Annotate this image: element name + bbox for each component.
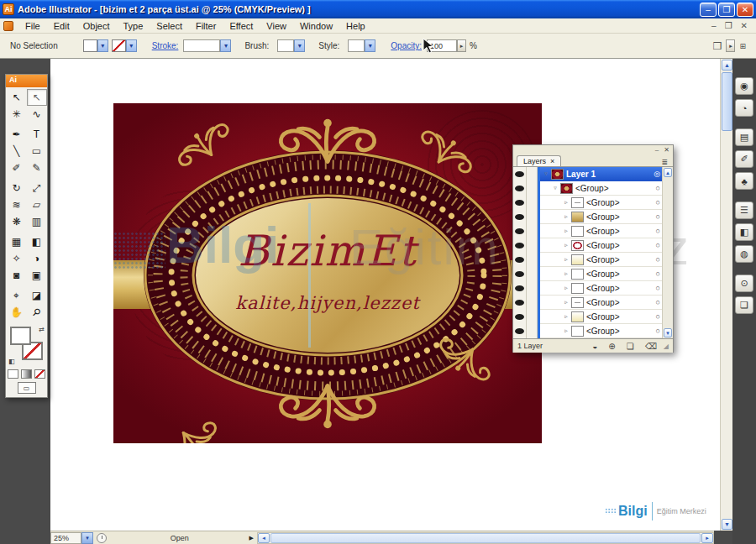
stroke-panel-icon[interactable]: ☰ bbox=[735, 201, 753, 219]
layer-thumbnail[interactable] bbox=[551, 169, 564, 180]
tab-close-icon[interactable]: × bbox=[550, 157, 554, 165]
scroll-left-button[interactable]: ◂ bbox=[258, 533, 270, 543]
transparency-panel-icon[interactable]: ◍ bbox=[735, 245, 753, 263]
mesh-tool[interactable]: ▦ bbox=[7, 233, 27, 250]
free-transform-tool[interactable]: ▱ bbox=[27, 196, 47, 213]
menu-object[interactable]: Object bbox=[76, 20, 117, 32]
tools-palette-header[interactable]: Ai bbox=[6, 75, 47, 87]
layer-label[interactable]: <Group> bbox=[586, 327, 619, 336]
visibility-toggle[interactable] bbox=[513, 296, 527, 310]
minimize-button[interactable]: – bbox=[700, 3, 717, 17]
layer-thumbnail[interactable] bbox=[571, 311, 584, 322]
lock-toggle[interactable] bbox=[527, 167, 538, 181]
brushes-panel-icon[interactable]: ✐ bbox=[735, 150, 753, 168]
style-dropdown[interactable]: ▾ bbox=[365, 39, 375, 52]
layer-row[interactable]: ▿ Layer 1 ◎ bbox=[513, 167, 673, 181]
menu-view[interactable]: View bbox=[260, 20, 293, 32]
delete-layer-icon[interactable]: ⌫ bbox=[645, 342, 657, 351]
symbol-sprayer-tool[interactable]: ❋ bbox=[7, 213, 27, 230]
visibility-toggle[interactable] bbox=[513, 324, 527, 338]
panel-resize-grip[interactable]: ◢ bbox=[664, 343, 669, 350]
visibility-toggle[interactable] bbox=[513, 196, 527, 210]
disclosure-triangle-icon[interactable]: ▹ bbox=[562, 313, 570, 320]
layer-thumbnail[interactable] bbox=[571, 269, 584, 280]
opacity-input[interactable]: 100 bbox=[427, 39, 457, 52]
disclosure-triangle-icon[interactable]: ▹ bbox=[562, 228, 570, 234]
eraser-tool[interactable]: ◪ bbox=[27, 287, 47, 304]
gradient-tool[interactable]: ◧ bbox=[27, 233, 47, 250]
brush-dropdown[interactable]: ▾ bbox=[294, 39, 305, 52]
color-panel-icon[interactable]: ◉ bbox=[735, 77, 753, 95]
go-to-bridge-button[interactable]: ❒ bbox=[713, 40, 722, 52]
disclosure-triangle-icon[interactable]: ▿ bbox=[551, 185, 559, 191]
menu-type[interactable]: Type bbox=[117, 20, 150, 32]
layer-row[interactable]: ▹ <Group> ○ bbox=[513, 324, 673, 338]
graph-tool[interactable]: ▥ bbox=[27, 213, 47, 230]
target-circle-icon[interactable]: ○ bbox=[656, 255, 660, 264]
brush-field[interactable] bbox=[277, 39, 294, 52]
lock-toggle[interactable] bbox=[527, 224, 538, 238]
visibility-toggle[interactable] bbox=[513, 167, 527, 181]
lock-toggle[interactable] bbox=[527, 296, 538, 310]
disclosure-triangle-icon[interactable]: ▹ bbox=[562, 285, 570, 291]
layer-thumbnail[interactable] bbox=[571, 326, 584, 337]
scroll-up-button[interactable]: ▲ bbox=[722, 60, 732, 71]
panel-minimize-icon[interactable]: ‒ bbox=[655, 146, 659, 154]
magic-wand-tool[interactable]: ✳ bbox=[7, 106, 27, 123]
stroke-link[interactable]: Stroke: bbox=[152, 41, 179, 50]
vertical-scrollbar[interactable]: ▲ ▼ bbox=[720, 59, 732, 531]
screen-mode-button[interactable]: ▭ bbox=[18, 382, 36, 394]
stroke-color-dropdown[interactable]: ▾ bbox=[126, 39, 137, 52]
layer-thumbnail[interactable] bbox=[560, 183, 573, 194]
layer-row[interactable]: ▹ <Group> ○ bbox=[513, 196, 673, 210]
zoom-level-field[interactable]: 25% bbox=[50, 532, 81, 544]
target-circle-icon[interactable]: ○ bbox=[656, 312, 660, 321]
stroke-color-swatch[interactable] bbox=[112, 39, 126, 52]
layer-thumbnail[interactable] bbox=[571, 197, 584, 208]
layer-row-content[interactable]: ▹ <Group> ○ bbox=[540, 224, 662, 238]
target-circle-icon[interactable]: ○ bbox=[656, 284, 660, 292]
target-circle-icon[interactable]: ○ bbox=[656, 198, 660, 207]
layer-thumbnail[interactable] bbox=[571, 212, 584, 222]
doc-close-button[interactable]: ✕ bbox=[741, 21, 748, 30]
color-guide-panel-icon[interactable]: ◔ bbox=[735, 99, 753, 117]
layer-row-content[interactable]: ▹ <Group> ○ bbox=[540, 238, 662, 253]
layer-row[interactable]: ▹ <Group> ○ bbox=[513, 238, 673, 253]
disclosure-triangle-icon[interactable]: ▹ bbox=[562, 213, 570, 220]
type-tool[interactable]: T bbox=[27, 126, 47, 143]
layer-label[interactable]: <Group> bbox=[575, 184, 608, 193]
pen-tool[interactable]: ✒ bbox=[7, 126, 27, 143]
line-segment-tool[interactable]: ╲ bbox=[7, 143, 27, 160]
none-button[interactable] bbox=[34, 369, 45, 379]
direct-selection-tool[interactable]: ↖ bbox=[27, 89, 47, 106]
crop-area-tool[interactable]: ⌖ bbox=[7, 287, 27, 304]
default-fill-stroke-icon[interactable]: ◧ bbox=[8, 358, 15, 365]
layer-thumbnail[interactable] bbox=[571, 240, 584, 251]
appearance-panel-icon[interactable]: ⊙ bbox=[735, 275, 753, 292]
swap-fill-stroke-icon[interactable]: ⇄ bbox=[39, 326, 45, 333]
live-paint-selection-tool[interactable]: ▣ bbox=[27, 267, 47, 284]
panel-close-icon[interactable]: ✕ bbox=[664, 146, 669, 154]
visibility-toggle[interactable] bbox=[513, 181, 527, 196]
lock-toggle[interactable] bbox=[527, 267, 538, 281]
layer-row[interactable]: ▹ <Group> ○ bbox=[513, 281, 673, 296]
menu-window[interactable]: Window bbox=[293, 20, 339, 32]
layer-label[interactable]: <Group> bbox=[586, 255, 619, 264]
blend-tool[interactable]: ◑ bbox=[27, 250, 47, 267]
stroke-weight-dropdown[interactable]: ▾ bbox=[220, 39, 231, 52]
layer-row-content[interactable]: ▹ <Group> ○ bbox=[540, 310, 662, 324]
layer-row[interactable]: ▹ <Group> ○ bbox=[513, 224, 673, 238]
swatches-panel-icon[interactable]: ▤ bbox=[735, 128, 753, 146]
layer-thumbnail[interactable] bbox=[571, 226, 584, 237]
live-paint-bucket-tool[interactable]: ◙ bbox=[7, 267, 27, 284]
rectangle-tool[interactable]: ▭ bbox=[27, 143, 47, 160]
layer-row[interactable]: ▿ <Group> ○ bbox=[513, 181, 673, 196]
zoom-dropdown[interactable]: ▾ bbox=[81, 532, 93, 544]
visibility-toggle[interactable] bbox=[513, 238, 527, 253]
menu-help[interactable]: Help bbox=[339, 20, 372, 32]
layer-row[interactable]: ▹ <Group> ○ bbox=[513, 296, 673, 310]
color-button[interactable] bbox=[8, 369, 18, 379]
dock-toggle-icon[interactable]: ⊞ bbox=[739, 42, 746, 50]
paintbrush-tool[interactable]: ✐ bbox=[7, 160, 27, 176]
visibility-toggle[interactable] bbox=[513, 210, 527, 224]
